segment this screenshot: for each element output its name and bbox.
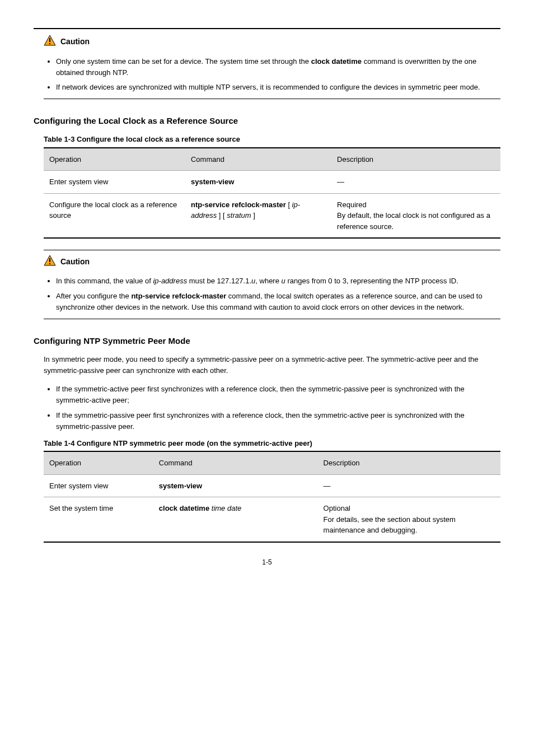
caution-item: Only one system time can be set for a de… — [56, 56, 500, 78]
page-number: 1-5 — [34, 557, 500, 567]
section-heading-symmetric: Configuring NTP Symmetric Peer Mode — [34, 335, 500, 348]
caution-item: After you configure the ntp-service refc… — [56, 291, 500, 313]
cell-operation: Set the system time — [44, 497, 153, 542]
table-row: Enter system view system-view — — [44, 171, 500, 194]
col-operation: Operation — [44, 148, 185, 171]
cell-operation: Enter system view — [44, 474, 153, 497]
callout-header: Caution — [44, 35, 500, 49]
table-caption: Table 1-3 Configure the local clock as a… — [44, 134, 500, 145]
cell-operation: Configure the local clock as a reference… — [44, 193, 185, 238]
callout-header: Caution — [44, 255, 500, 269]
table-header-row: Operation Command Description — [44, 148, 500, 171]
list-item: If the symmetric-active peer first synch… — [56, 384, 500, 406]
table-symmetric: Operation Command Description Enter syst… — [44, 451, 500, 543]
caution-top-rule — [44, 250, 500, 250]
cell-command: system-view — [153, 474, 318, 497]
table-row: Configure the local clock as a reference… — [44, 193, 500, 238]
svg-rect-5 — [49, 263, 50, 264]
caution-block-2: Caution In this command, the value of ip… — [44, 255, 500, 313]
col-operation: Operation — [44, 451, 153, 474]
caution-bottom-rule — [44, 99, 500, 99]
warning-icon — [44, 35, 56, 49]
cell-description: OptionalFor details, see the section abo… — [318, 497, 500, 542]
table-local-clock: Operation Command Description Enter syst… — [44, 147, 500, 239]
col-command: Command — [185, 148, 331, 171]
cell-command: ntp-service refclock-master [ ip-address… — [185, 193, 331, 238]
cell-command: clock datetime time date — [153, 497, 318, 542]
intro-paragraph: In symmetric peer mode, you need to spec… — [44, 354, 500, 376]
col-description: Description — [318, 451, 500, 474]
caution-label: Caution — [60, 256, 90, 268]
cell-description: — — [331, 171, 500, 194]
caution-block-1: Caution Only one system time can be set … — [44, 35, 500, 93]
col-command: Command — [153, 451, 318, 474]
cell-operation: Enter system view — [44, 171, 185, 194]
list-item: If the symmetric-passive peer first sync… — [56, 410, 500, 432]
caution-item: If network devices are synchronized with… — [56, 82, 500, 93]
col-description: Description — [331, 148, 500, 171]
table-row: Set the system time clock datetime time … — [44, 497, 500, 542]
table-header-row: Operation Command Description — [44, 451, 500, 474]
table-caption: Table 1-4 Configure NTP symmetric peer m… — [44, 438, 500, 449]
svg-rect-1 — [49, 38, 50, 42]
table-row: Enter system view system-view — — [44, 474, 500, 497]
cell-command: system-view — [185, 171, 331, 194]
caution-list: Only one system time can be set for a de… — [44, 56, 500, 93]
caution-list: In this command, the value of ip-address… — [44, 276, 500, 312]
section-heading-local-clock: Configuring the Local Clock as a Referen… — [34, 115, 500, 128]
cell-description: — — [318, 474, 500, 497]
caution-label: Caution — [60, 36, 90, 48]
caution-bottom-rule — [44, 319, 500, 319]
svg-rect-4 — [49, 258, 50, 262]
warning-icon — [44, 255, 56, 269]
top-rule — [34, 28, 500, 29]
section-bullets: If the symmetric-active peer first synch… — [44, 384, 500, 432]
svg-rect-2 — [49, 43, 50, 44]
caution-item: In this command, the value of ip-address… — [56, 276, 500, 287]
cell-description: RequiredBy default, the local clock is n… — [331, 193, 500, 238]
